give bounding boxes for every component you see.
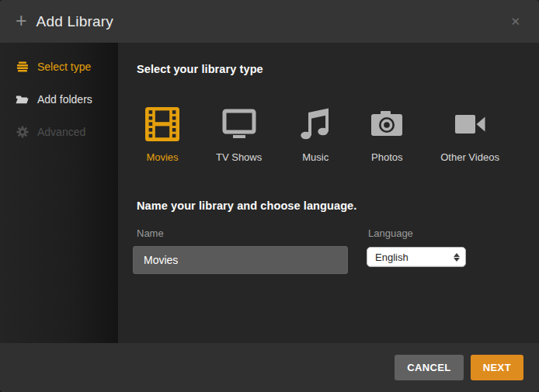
sidebar-item-advanced[interactable]: Advanced bbox=[0, 116, 118, 148]
tv-icon bbox=[221, 106, 257, 142]
name-field-label: Name bbox=[137, 227, 164, 239]
gear-icon bbox=[16, 126, 29, 138]
close-icon[interactable]: ✕ bbox=[507, 12, 523, 30]
library-type-photos[interactable]: Photos bbox=[369, 106, 405, 163]
cancel-button[interactable]: CANCEL bbox=[395, 355, 464, 380]
sidebar-item-label: Select type bbox=[37, 61, 91, 73]
sidebar: Select type Add folders bbox=[0, 43, 118, 343]
library-type-tv-shows[interactable]: TV Shows bbox=[216, 106, 262, 163]
dialog-footer: CANCEL NEXT bbox=[0, 343, 539, 392]
sidebar-item-add-folders[interactable]: Add folders bbox=[0, 83, 118, 116]
library-type-other-videos[interactable]: Other Videos bbox=[440, 106, 499, 163]
library-type-label: TV Shows bbox=[216, 151, 262, 163]
main-panel: Select your library type bbox=[118, 43, 539, 343]
language-field-label: Language bbox=[368, 227, 413, 239]
camera-icon bbox=[369, 106, 405, 142]
library-type-list: Movies TV Shows bbox=[144, 106, 499, 163]
open-folder-icon bbox=[16, 93, 29, 106]
section-title-library-type: Select your library type bbox=[137, 63, 263, 75]
library-type-music[interactable]: Music bbox=[297, 106, 333, 163]
library-type-movies[interactable]: Movies bbox=[144, 106, 180, 163]
section-title-name-language: Name your library and choose language. bbox=[137, 199, 356, 212]
dialog-title: Add Library bbox=[37, 13, 113, 30]
library-type-label: Music bbox=[302, 151, 329, 163]
language-select-value: English bbox=[375, 252, 454, 263]
video-camera-icon bbox=[452, 106, 488, 142]
sidebar-item-select-type[interactable]: Select type bbox=[0, 50, 118, 83]
library-type-label: Other Videos bbox=[440, 151, 499, 163]
sidebar-item-label: Add folders bbox=[37, 93, 92, 106]
plus-icon: + bbox=[16, 11, 27, 30]
library-type-label: Movies bbox=[146, 151, 178, 163]
select-type-lines-icon bbox=[16, 61, 29, 73]
film-strip-icon bbox=[144, 106, 180, 142]
dialog-header: + Add Library ✕ bbox=[0, 0, 539, 43]
select-stepper-icon bbox=[454, 253, 460, 262]
add-library-dialog: + Add Library ✕ Select type bbox=[0, 0, 539, 392]
library-name-input[interactable] bbox=[133, 246, 348, 274]
library-type-label: Photos bbox=[371, 151, 402, 163]
language-select[interactable]: English bbox=[367, 247, 466, 267]
next-button[interactable]: NEXT bbox=[471, 355, 523, 380]
sidebar-item-label: Advanced bbox=[37, 126, 85, 138]
music-note-icon bbox=[297, 106, 333, 142]
